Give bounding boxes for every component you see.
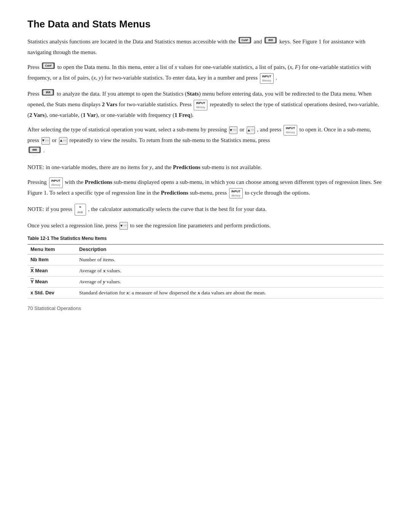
paragraph-2: Press CshF Data to open the Data menu. I… <box>27 62 384 84</box>
row-2-desc: Average of x values. <box>76 265 384 276</box>
table-row: Y Mean Average of y values. <box>27 276 384 287</box>
input-memory-key-3: INPUT Memory <box>284 125 297 136</box>
down-arrow-key-3: ▼DEL <box>119 222 128 230</box>
paragraph-5: NOTE: in one-variable modes, there are n… <box>27 163 384 172</box>
p4f: repeatedly to view the results. To retur… <box>69 137 270 143</box>
p6a: Pressing <box>27 179 48 185</box>
table-section: Table 12-1 The Statistics Menu Items Men… <box>27 236 384 299</box>
paragraph-4: After selecting the type of statistical … <box>27 125 384 157</box>
p8a: Once you select a regression line, press <box>27 222 119 228</box>
table-caption: Table 12-1 The Statistics Menu Items <box>27 236 384 241</box>
p5-text: NOTE: in one-variable modes, there are n… <box>27 164 262 170</box>
p2b: to open the Data menu. In this menu, ent… <box>27 64 371 81</box>
col-header-menu-item: Menu Item <box>27 244 76 254</box>
p7b: , the calculator automatically selects t… <box>88 206 266 212</box>
p6b: with the Predictions sub-menu displayed … <box>27 179 382 196</box>
down-arrow-key-1: ▼DEL <box>229 126 237 134</box>
paragraph-6: Pressing INPUT Memory with the Predictio… <box>27 177 384 199</box>
down-arrow-key-2: ▼DEL <box>41 137 50 145</box>
row-3-item: Y Mean <box>27 276 76 287</box>
row-4-item: x Std. Dev <box>27 287 76 298</box>
stats-table: Menu Item Description Nb Item Number of … <box>27 244 384 299</box>
p1-text: Statistics analysis functions are locate… <box>27 38 236 45</box>
p4a: After selecting the type of statistical … <box>27 127 228 133</box>
paragraph-8: Once you select a regression line, press… <box>27 221 384 230</box>
paragraph-7: NOTE: if you press = ANB , the calculato… <box>27 204 384 215</box>
p6c: to cycle through the options. <box>245 190 310 196</box>
p4-period: . <box>43 147 45 153</box>
stats-key-2: IRR Stats <box>42 89 54 100</box>
table-row: Nb Item Number of items. <box>27 254 384 265</box>
anb-key: = ANB <box>75 204 86 215</box>
p7a: NOTE: if you press <box>27 206 74 212</box>
col-header-description: Description <box>76 244 384 254</box>
row-1-desc: Number of items. <box>76 254 384 265</box>
data-key: CshF Data <box>239 37 252 48</box>
input-memory-key-5: INPUT Memory <box>229 188 243 199</box>
paragraph-1: Statistics analysis functions are locate… <box>27 37 384 57</box>
footer: 70 Statistical Operations <box>27 305 384 311</box>
paragraph-3: Press IRR Stats to analyze the data. If … <box>27 89 384 120</box>
stats-key-3: IRR Stats <box>29 147 41 157</box>
row-4-desc: Standard deviation for x: a measure of h… <box>76 287 384 298</box>
table-row: x Std. Dev Standard deviation for x: a m… <box>27 287 384 298</box>
up-arrow-key-1: ▲INS <box>247 126 255 134</box>
row-1-item: Nb Item <box>27 254 76 265</box>
table-row: X Mean Average of x values. <box>27 265 384 276</box>
up-arrow-key-2: ▲INS <box>59 137 67 145</box>
p4c: , and press <box>257 127 283 133</box>
p2-end: . <box>276 75 277 81</box>
p1b-and: and <box>254 38 263 45</box>
data-key-2: CshF Data <box>42 62 55 73</box>
stats-key-header: IRR Stats <box>264 37 277 48</box>
p4b: or <box>240 127 246 133</box>
input-memory-key-4: INPUT Memory <box>49 177 63 188</box>
p8b: to see the regression line parameters an… <box>130 222 271 228</box>
input-memory-key-1: INPUT Memory <box>260 73 274 84</box>
input-memory-key-2: INPUT Memory <box>194 100 207 110</box>
row-3-desc: Average of y values. <box>76 276 384 287</box>
row-2-item: X Mean <box>27 265 76 276</box>
page-title: The Data and Stats Menus <box>27 18 384 30</box>
p3a: Press <box>27 91 41 97</box>
p2a: Press <box>27 64 41 70</box>
p4e: or <box>52 137 58 143</box>
